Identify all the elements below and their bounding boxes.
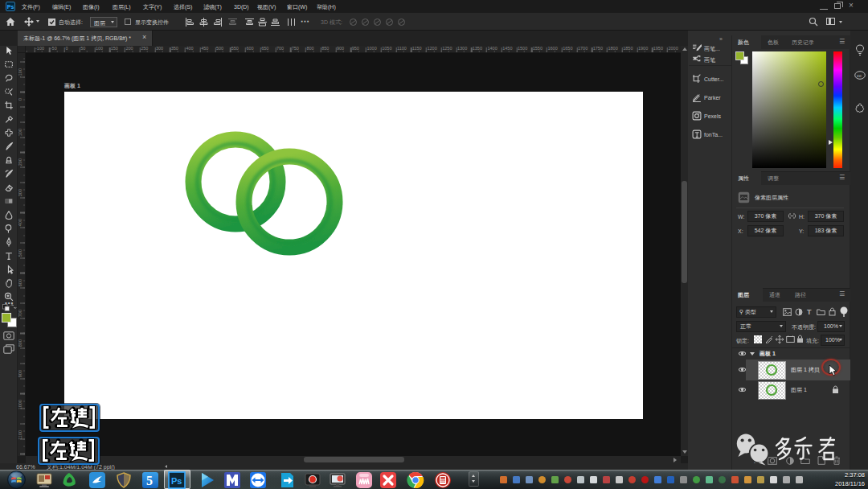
svg-text:Ps: Ps <box>171 476 182 486</box>
svg-text:5: 5 <box>146 474 153 487</box>
svg-text:cc: cc <box>857 73 862 78</box>
